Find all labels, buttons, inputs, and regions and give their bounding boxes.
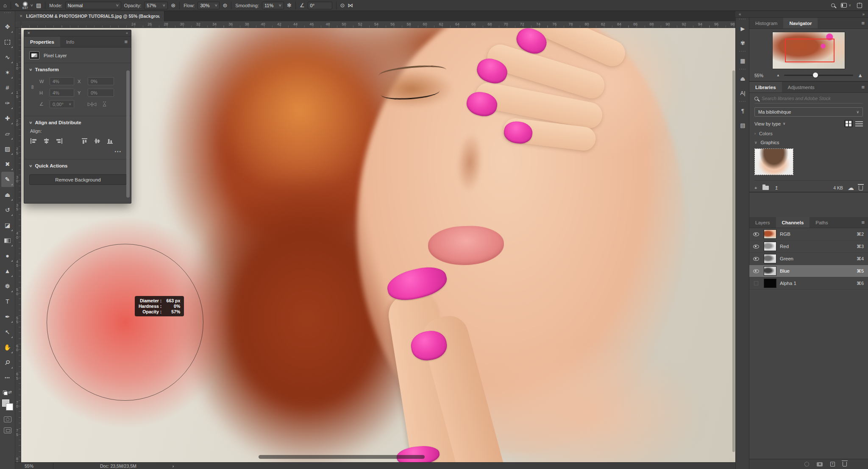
zoom-out-icon[interactable]: ▲ xyxy=(776,73,780,77)
eye-icon[interactable] xyxy=(752,257,760,261)
smudge-tool[interactable]: ❁ xyxy=(1,279,14,294)
align-center-vertical-icon[interactable] xyxy=(94,138,101,144)
brush-angle-field[interactable]: 0° xyxy=(308,2,332,9)
gear-icon[interactable]: ✻ xyxy=(287,3,292,8)
crop-tool[interactable]: # xyxy=(1,80,14,95)
vertical-ruler[interactable]: 1 01 52 02 53 03 54 04 55 05 56 06 57 07… xyxy=(15,28,21,462)
pressure-size-icon[interactable]: ⊙ xyxy=(340,3,345,8)
swatches-panel-button[interactable]: ✾ xyxy=(736,36,750,50)
character-panel-button[interactable]: A| xyxy=(736,86,750,100)
actions-panel-button[interactable]: ▶ xyxy=(736,21,750,36)
panel-menu-icon[interactable]: ≡ xyxy=(861,20,865,26)
workspace-switcher[interactable]: ∨ xyxy=(841,3,851,8)
load-selection-icon[interactable] xyxy=(804,462,809,466)
rectangular-marquee-tool[interactable] xyxy=(1,34,14,50)
eye-icon[interactable] xyxy=(752,269,760,273)
panel-menu-icon[interactable]: ≡ xyxy=(124,39,128,45)
tab-libraries[interactable]: Libraries xyxy=(749,82,782,92)
channel-row-alpha-1[interactable]: Alpha 1⌘6 xyxy=(749,277,868,290)
tab-paths[interactable]: Paths xyxy=(810,217,834,228)
channel-row-green[interactable]: Green⌘4 xyxy=(749,253,868,265)
symmetry-butterfly-icon[interactable]: ⋈ xyxy=(348,3,353,8)
align-top-icon[interactable] xyxy=(81,138,89,144)
new-group-folder-icon[interactable] xyxy=(762,186,769,190)
patch-tool[interactable]: ▨ xyxy=(1,141,14,156)
tab-info[interactable]: Info xyxy=(60,36,80,47)
tab-navigator[interactable]: Navigator xyxy=(783,18,818,28)
zoom-slider-track[interactable] xyxy=(784,75,853,76)
visibility-checkbox[interactable] xyxy=(752,281,760,285)
search-icon[interactable] xyxy=(831,3,835,7)
align-right-icon[interactable] xyxy=(56,138,63,144)
tab-layers[interactable]: Layers xyxy=(749,217,776,228)
delete-channel-icon[interactable] xyxy=(843,462,847,466)
rotation-field[interactable]: 0,00° ∨ xyxy=(50,100,74,108)
close-icon[interactable]: ✕ xyxy=(27,31,31,35)
pressure-opacity-icon[interactable]: ⊛ xyxy=(171,3,175,8)
close-icon[interactable]: ✕ xyxy=(19,14,23,18)
paragraph-panel-button[interactable]: ¶ xyxy=(736,103,750,118)
opacity-select[interactable]: 57% ∨ xyxy=(144,2,168,9)
navigator-zoom-value[interactable]: 55% xyxy=(754,73,772,78)
navigator-view-rect[interactable] xyxy=(785,39,835,63)
remove-background-button[interactable]: Remove Background xyxy=(29,174,127,185)
more-options-icon[interactable]: ••• xyxy=(24,145,131,157)
healing-brush-tool[interactable]: ▱ xyxy=(1,126,14,141)
grid-view-button[interactable] xyxy=(844,120,853,127)
blur-tool[interactable]: ● xyxy=(1,248,14,263)
flip-horizontal-icon[interactable]: ▷|◁ xyxy=(88,101,96,107)
expand-panels-icon[interactable]: » xyxy=(862,12,865,17)
tab-properties[interactable]: Properties xyxy=(24,36,60,47)
colors-section-row[interactable]: › Colors xyxy=(749,127,868,136)
trash-icon[interactable] xyxy=(859,186,863,190)
align-bottom-icon[interactable] xyxy=(107,138,114,144)
horizontal-scrollbar[interactable] xyxy=(259,455,425,459)
hand-tool[interactable]: ✋ xyxy=(1,340,14,355)
new-channel-icon[interactable]: + xyxy=(830,462,835,466)
width-field[interactable]: 4% xyxy=(50,77,74,85)
document-tab[interactable]: ✕ LIGHTROOM & PHOTOSHOP TUTORIALS.jpg @ … xyxy=(15,11,164,21)
x-field[interactable]: 0% xyxy=(88,77,114,85)
eraser-tool[interactable]: ◪ xyxy=(1,218,14,233)
brush-preset-icon[interactable]: ✎ xyxy=(15,3,19,8)
zoom-in-icon[interactable]: ▲ xyxy=(857,72,863,78)
path-selection-tool[interactable]: ↖ xyxy=(1,324,14,340)
sharpen-tool[interactable]: ▲ xyxy=(1,263,14,279)
airbrush-icon[interactable]: ⊜ xyxy=(223,3,227,8)
align-left-icon[interactable] xyxy=(30,138,37,144)
zoom-level-field[interactable]: 55% xyxy=(15,463,53,469)
upload-icon[interactable]: ↥ xyxy=(774,185,778,191)
save-selection-as-channel-icon[interactable] xyxy=(817,462,823,466)
clone-stamp-tool[interactable]: ⏏ xyxy=(1,187,14,202)
list-view-button[interactable] xyxy=(855,121,863,127)
panel-scrollbar[interactable] xyxy=(126,70,130,198)
quick-selection-tool[interactable]: ✶ xyxy=(1,65,14,80)
height-field[interactable]: 4% xyxy=(50,89,74,97)
eye-icon[interactable] xyxy=(752,245,760,248)
link-dimensions-icon[interactable]: ∞ xyxy=(30,85,36,89)
tab-histogram[interactable]: Histogram xyxy=(749,18,783,28)
eye-icon[interactable] xyxy=(752,232,760,236)
channel-row-rgb[interactable]: RGB⌘2 xyxy=(749,228,868,240)
pen-tool[interactable]: ✒ xyxy=(1,309,14,324)
glyphs-panel-button[interactable]: ▤ xyxy=(736,118,750,132)
vertical-scrollbar[interactable] xyxy=(732,70,735,452)
screen-mode-button[interactable] xyxy=(4,427,11,433)
graphics-section-row[interactable]: ∨ Graphics xyxy=(749,136,868,145)
toolbar-grip[interactable] xyxy=(4,12,11,17)
gradient-tool[interactable] xyxy=(1,233,14,248)
type-tool[interactable]: T xyxy=(1,294,14,309)
quick-actions-header[interactable]: ∨ Quick Actions xyxy=(24,159,131,171)
collapse-icon[interactable]: « xyxy=(126,31,128,35)
navigator-preview[interactable] xyxy=(772,32,845,69)
content-aware-move-tool[interactable]: ✖ xyxy=(1,156,14,172)
new-item-icon[interactable]: + xyxy=(754,185,757,190)
view-by-label[interactable]: View by type xyxy=(754,121,781,126)
history-brush-tool[interactable]: ↺ xyxy=(1,202,14,218)
align-section-header[interactable]: ∨ Align and Distribute xyxy=(24,116,131,128)
move-tool[interactable]: ✥ xyxy=(1,19,14,34)
brush-tip-picker[interactable]: 637 ∨ xyxy=(22,2,33,9)
default-swap-colors[interactable]: ⇄ xyxy=(0,390,15,394)
edit-toolbar-ellipsis[interactable]: ••• xyxy=(1,370,14,385)
panel-menu-icon[interactable]: ≡ xyxy=(861,219,865,226)
